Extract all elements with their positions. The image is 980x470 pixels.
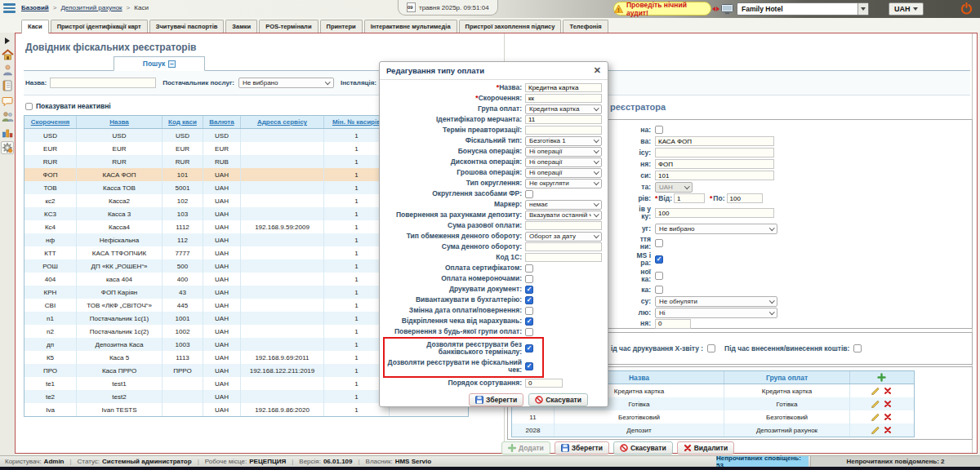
- return-any-group-checkbox[interactable]: [525, 328, 533, 336]
- save-button[interactable]: Зберегти: [555, 441, 609, 454]
- edit-icon[interactable]: [871, 400, 880, 409]
- delete-icon[interactable]: [884, 426, 892, 434]
- payment-table-row[interactable]: 2028 Депозит Депозитний рахунок: [512, 423, 914, 437]
- tab[interactable]: Пристрої захоплення підпису: [459, 20, 562, 33]
- hotel-select[interactable]: Family Hotel: [737, 2, 869, 16]
- registrar-service-address-input[interactable]: [655, 148, 774, 157]
- tab[interactable]: Телефонія: [563, 20, 608, 33]
- search-panel-tab[interactable]: Пошук −: [114, 56, 205, 71]
- registrar-code-input[interactable]: [655, 171, 774, 180]
- registrar-option-checkbox[interactable]: [655, 286, 663, 294]
- payment-table-row[interactable]: 11 Безготівковий Безготівковий: [512, 410, 914, 423]
- notifications-badge[interactable]: Непрочитаних сповіщень: 53: [716, 456, 808, 467]
- column-header[interactable]: Валюта: [203, 116, 241, 128]
- registrar-name-input[interactable]: [655, 136, 774, 146]
- column-header[interactable]: Назва: [77, 116, 163, 128]
- daily-limit-type-select[interactable]: Оборот за дату: [525, 232, 602, 242]
- provider-filter-select[interactable]: Не вибрано: [238, 78, 334, 88]
- certificate-payment-checkbox[interactable]: [525, 264, 533, 273]
- registrar-option-checkbox[interactable]: [655, 239, 663, 247]
- registrar-option-checkbox[interactable]: [655, 255, 663, 264]
- reset-mode-select[interactable]: Не обнуляти: [655, 296, 777, 307]
- export-accounting-checkbox[interactable]: [525, 296, 533, 304]
- registrar-option-checkbox[interactable]: [655, 272, 663, 280]
- concierge-icon[interactable]: [1, 64, 14, 77]
- merchant-id-field[interactable]: [525, 115, 602, 124]
- payment-group-select[interactable]: Кредитна картка: [525, 104, 602, 114]
- tab[interactable]: Пристрої ідентифікації карт: [51, 20, 148, 33]
- messages-badge[interactable]: Непрочитаних повідомлень: 2: [810, 456, 980, 467]
- allow-nonfiscal-check-checkbox[interactable]: [525, 362, 533, 370]
- delete-icon[interactable]: [884, 387, 892, 395]
- shortname-field[interactable]: [525, 94, 602, 103]
- checks-count-input[interactable]: [655, 208, 774, 218]
- edit-icon[interactable]: [871, 387, 880, 396]
- home-icon[interactable]: [1, 48, 14, 61]
- deposit-return-select[interactable]: Вказувати останній че: [525, 211, 602, 220]
- pager-arrows-icon[interactable]: [712, 7, 719, 11]
- show-inactive-checkbox[interactable]: [25, 103, 33, 110]
- edit-icon[interactable]: [871, 413, 880, 422]
- menu-icon[interactable]: [3, 3, 16, 15]
- tab[interactable]: Замки: [225, 20, 257, 33]
- column-header[interactable]: Код каси: [163, 116, 203, 128]
- breadcrumb-link[interactable]: Базовий: [21, 4, 49, 11]
- currency-select[interactable]: UAH: [889, 2, 924, 16]
- tab[interactable]: Зчитувачі паспортів: [149, 20, 225, 33]
- journal-icon[interactable]: [1, 79, 14, 92]
- column-header[interactable]: Адреса сервісу: [241, 116, 324, 128]
- control-select[interactable]: Ні: [655, 308, 777, 318]
- change-payment-date-checkbox[interactable]: [525, 307, 533, 315]
- detach-check-checkbox[interactable]: [525, 317, 533, 326]
- name-field[interactable]: [525, 83, 602, 92]
- add-button[interactable]: Додати: [501, 441, 550, 454]
- delete-icon[interactable]: [884, 400, 892, 408]
- close-icon[interactable]: ✕: [594, 65, 601, 76]
- tab[interactable]: POS-термінали: [259, 20, 318, 33]
- column-header[interactable]: Скорочення: [24, 116, 77, 128]
- delete-button[interactable]: Видалити: [677, 441, 735, 454]
- cashier-from-input[interactable]: [674, 193, 705, 203]
- edit-icon[interactable]: [871, 426, 880, 435]
- fr-rounding-checkbox[interactable]: [525, 190, 533, 198]
- code-1c-field[interactable]: [525, 253, 602, 262]
- money-operation-select[interactable]: Ні операції: [525, 168, 602, 178]
- guests-icon[interactable]: [1, 110, 14, 123]
- cashier-to-input[interactable]: [727, 193, 763, 203]
- print-document-checkbox[interactable]: [525, 286, 533, 294]
- roomnights-payment-checkbox[interactable]: [525, 275, 533, 283]
- cash-io-checkbox[interactable]: [853, 344, 862, 352]
- cancel-button[interactable]: Скасувати: [613, 441, 673, 454]
- delete-icon[interactable]: [884, 413, 892, 421]
- rounding-type-select[interactable]: Не округляти: [525, 179, 602, 188]
- collapse-icon[interactable]: −: [168, 60, 176, 68]
- tab[interactable]: Принтери: [320, 20, 363, 33]
- messages-icon[interactable]: [1, 95, 14, 108]
- expand-panel-icon[interactable]: [1, 36, 14, 46]
- allow-without-terminal-checkbox[interactable]: [525, 344, 533, 352]
- settings-icon[interactable]: [1, 141, 14, 154]
- dialog-cancel-button[interactable]: Скасувати: [528, 393, 588, 406]
- night-audit-warning[interactable]: ! Проведіть нічний аудит!: [613, 2, 711, 16]
- breadcrumb-link[interactable]: Депозитний рахунок: [60, 4, 122, 11]
- add-payment-type-button[interactable]: [877, 373, 886, 382]
- power-button[interactable]: [960, 2, 973, 18]
- tab[interactable]: Каси: [21, 20, 49, 33]
- registrar-inactive-checkbox[interactable]: [655, 126, 663, 134]
- discount-operation-select[interactable]: Ні операції: [525, 157, 602, 167]
- marker-select[interactable]: немає: [525, 200, 602, 210]
- service-provider-select[interactable]: Не вибрано: [655, 224, 777, 234]
- daily-turnover-sum-field[interactable]: [525, 242, 602, 251]
- tab[interactable]: Інтерактивне мультимедіа: [364, 20, 457, 33]
- sort-order-field[interactable]: [525, 379, 563, 388]
- name-filter-input[interactable]: [50, 78, 156, 88]
- registrar-shortname-input[interactable]: [655, 159, 774, 169]
- registrar-currency-select[interactable]: UAH: [655, 182, 693, 193]
- reports-icon[interactable]: [1, 126, 14, 139]
- sort-order-input[interactable]: [655, 319, 691, 329]
- bonus-operation-select[interactable]: Ні операції: [525, 147, 602, 157]
- dialog-save-button[interactable]: Зберегти: [469, 393, 523, 406]
- fiscal-type-select[interactable]: Безготівка 1: [525, 136, 602, 146]
- xreport-checkbox[interactable]: [707, 344, 715, 352]
- single-payment-sum-field[interactable]: [525, 221, 602, 230]
